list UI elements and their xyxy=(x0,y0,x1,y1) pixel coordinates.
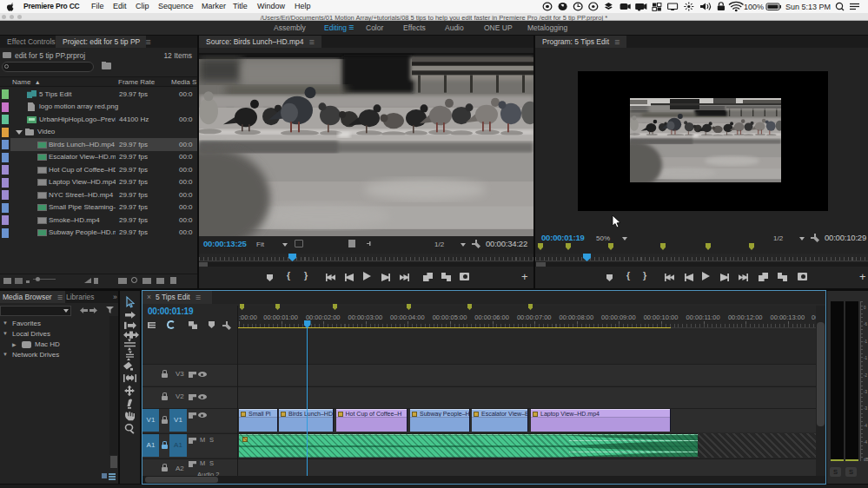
svg-text:Sun 5:13 PM: Sun 5:13 PM xyxy=(785,3,831,11)
svg-text:100%: 100% xyxy=(744,3,764,11)
